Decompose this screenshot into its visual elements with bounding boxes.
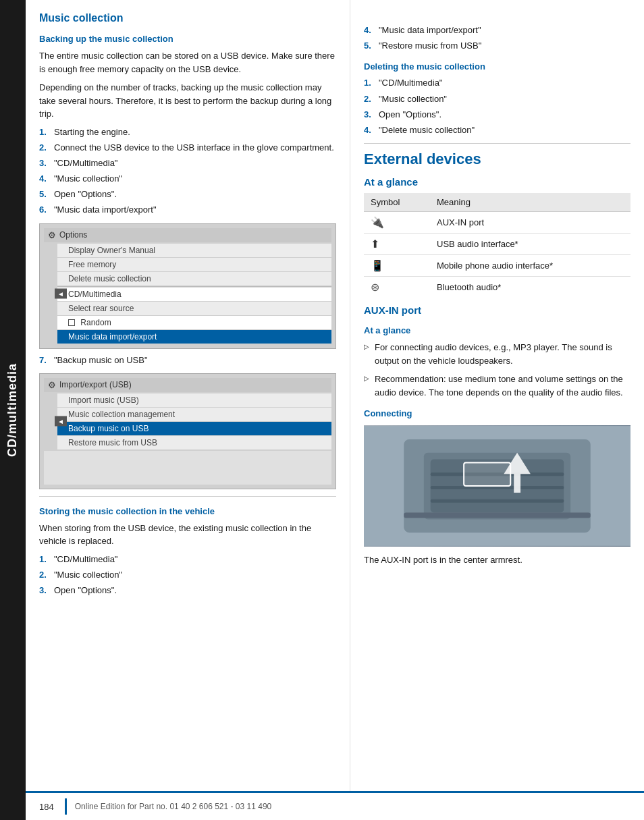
step-6-text: "Music data import/export" — [54, 204, 157, 216]
step-6-num: 6. — [39, 204, 54, 216]
cont-step-5-text: "Restore music from USB" — [379, 40, 481, 52]
menu-item-random: Random — [57, 316, 331, 329]
step-7: 7. "Backup music on USB" — [39, 354, 336, 366]
backup-steps-list: 1. Starting the engine. 2. Connect the U… — [39, 126, 336, 217]
step-5: 5. Open "Options". — [39, 188, 336, 200]
menu-item-delete: Delete music collection — [57, 272, 331, 285]
store-step-1-text: "CD/Multimedia" — [54, 553, 117, 566]
svg-rect-6 — [431, 499, 564, 503]
menu-item-restore-usb: Restore music from USB — [57, 436, 331, 449]
menu-item-music-data: Music data import/export — [57, 330, 331, 344]
store-step-1: 1. "CD/Multimedia" — [39, 553, 336, 566]
para1: The entire music collection can be store… — [39, 49, 336, 76]
del-step-2-text: "Music collection" — [379, 93, 447, 105]
menu-items-container-2: Import music (USB) Music collection mana… — [57, 393, 331, 449]
menu-screenshot-options: ⚙ Options Display Owner's Manual Free me… — [39, 223, 336, 349]
connecting-heading: Connecting — [364, 408, 630, 418]
aux-bullet-2-text: Recommendation: use medium tone and volu… — [375, 373, 630, 399]
store-step-1-num: 1. — [39, 553, 54, 566]
svg-rect-7 — [464, 463, 510, 487]
step-5-num: 5. — [39, 188, 54, 200]
step-3: 3. "CD/Multimedia" — [39, 157, 336, 169]
menu-title-options: Options — [59, 230, 87, 240]
table-row: ⊛ Bluetooth audio* — [364, 277, 630, 298]
menu-nav-arrow-1: ◄ — [55, 288, 67, 298]
menu-title-bar-import: ⚙ Import/export (USB) — [44, 378, 331, 392]
step-4-num: 4. — [39, 173, 54, 185]
symbol-table: Symbol Meaning 🔌 AUX-IN port ⬆ USB audio… — [364, 193, 630, 298]
store-step-3: 3. Open "Options". — [39, 584, 336, 597]
step-3-text: "CD/Multimedia" — [54, 157, 117, 169]
cont-step-5-num: 5. — [364, 40, 379, 52]
menu-item-import-music: Import music (USB) — [57, 393, 331, 407]
page-number: 184 — [39, 802, 54, 812]
section-backup-heading: Backing up the music collection — [39, 34, 336, 44]
external-devices-heading: External devices — [364, 151, 630, 168]
right-column: 4. "Music data import/export" 5. "Restor… — [350, 0, 644, 791]
menu-nav-arrow-2: ◄ — [55, 416, 67, 427]
aux-caption: The AUX-IN port is in the center armrest… — [364, 553, 630, 567]
step-1-num: 1. — [39, 126, 54, 138]
col-meaning: Meaning — [430, 193, 630, 212]
aux-bullet-1-text: For connecting audio devices, e.g., MP3 … — [375, 341, 630, 367]
store-step-3-text: Open "Options". — [54, 584, 117, 597]
cont-step-4: 4. "Music data import/export" — [364, 24, 630, 36]
del-step-1-text: "CD/Multimedia" — [379, 77, 442, 89]
store-step-2-text: "Music collection" — [54, 569, 122, 581]
sidebar: CD/multimedia — [0, 0, 26, 820]
table-row: ⬆ USB audio interface* — [364, 234, 630, 255]
step-3-num: 3. — [39, 157, 54, 169]
symbol-bt: ⊛ — [364, 277, 430, 298]
step-7-text: "Backup music on USB" — [54, 354, 148, 366]
storing-steps-list: 1. "CD/Multimedia" 2. "Music collection"… — [39, 553, 336, 597]
delete-steps-list: 1. "CD/Multimedia" 2. "Music collection"… — [364, 77, 630, 136]
del-step-3-text: Open "Options". — [379, 109, 441, 121]
gear-icon-2: ⚙ — [48, 380, 56, 390]
para2: Depending on the number of tracks, backi… — [39, 81, 336, 121]
sidebar-label: CD/multimedia — [6, 363, 20, 457]
del-step-3: 3. Open "Options". — [364, 109, 630, 121]
table-row: 🔌 AUX-IN port — [364, 212, 630, 234]
del-step-4-text: "Delete music collection" — [379, 124, 475, 136]
del-step-1: 1. "CD/Multimedia" — [364, 77, 630, 89]
meaning-bt: Bluetooth audio* — [430, 277, 630, 298]
footer-divider — [65, 798, 67, 815]
section-delete-heading: Deleting the music collection — [364, 61, 630, 72]
step-4: 4. "Music collection" — [39, 173, 336, 185]
left-column: Music collection Backing up the music co… — [26, 0, 350, 791]
footer-text: Online Edition for Part no. 01 40 2 606 … — [75, 802, 272, 811]
step-2-num: 2. — [39, 142, 54, 154]
meaning-aux: AUX-IN port — [430, 212, 630, 234]
page-title: Music collection — [39, 12, 336, 24]
del-step-3-num: 3. — [364, 109, 379, 121]
del-step-2-num: 2. — [364, 93, 379, 105]
section-storing-para: When storing from the USB device, the ex… — [39, 522, 336, 548]
cont-step-5: 5. "Restore music from USB" — [364, 40, 630, 52]
del-step-1-num: 1. — [364, 77, 379, 89]
menu-item-collection-mgmt: Music collection management — [57, 408, 331, 421]
menu-title-bar-options: ⚙ Options — [44, 228, 331, 242]
cont-step-4-num: 4. — [364, 24, 379, 36]
cont-steps-list: 4. "Music data import/export" 5. "Restor… — [364, 24, 630, 52]
store-step-2-num: 2. — [39, 569, 54, 581]
gear-icon: ⚙ — [48, 230, 56, 240]
section-storing-heading: Storing the music collection in the vehi… — [39, 506, 336, 516]
meaning-mobile: Mobile phone audio interface* — [430, 255, 630, 277]
cont-step-4-text: "Music data import/export" — [379, 24, 481, 36]
aux-at-glance-subheading: At a glance — [364, 325, 630, 335]
col-symbol: Symbol — [364, 193, 430, 212]
menu-item-backup-usb: Backup music on USB — [57, 422, 331, 435]
step-2: 2. Connect the USB device to the USB int… — [39, 142, 336, 154]
aux-port-heading: AUX-IN port — [364, 304, 630, 316]
store-step-2: 2. "Music collection" — [39, 569, 336, 581]
del-step-4-num: 4. — [364, 124, 379, 136]
menu-screenshot-import-export: ⚙ Import/export (USB) Import music (USB)… — [39, 373, 336, 489]
car-interior-image — [364, 425, 630, 547]
store-step-3-num: 3. — [39, 584, 54, 597]
svg-rect-9 — [404, 513, 591, 518]
menu-item-select-rear: Select rear source — [57, 302, 331, 315]
step-6: 6. "Music data import/export" — [39, 204, 336, 216]
meaning-usb: USB audio interface* — [430, 234, 630, 255]
symbol-aux: 🔌 — [364, 212, 430, 234]
aux-bullet-1: ▷ For connecting audio devices, e.g., MP… — [364, 341, 630, 367]
